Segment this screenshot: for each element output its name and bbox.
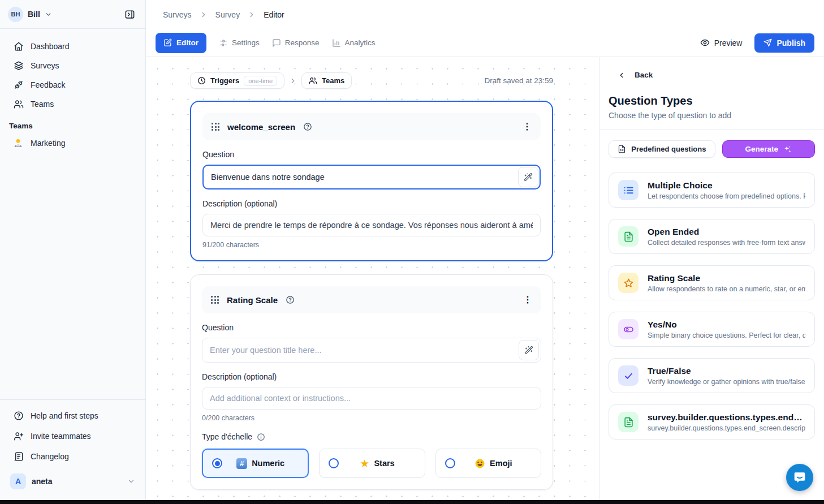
panel-subtitle: Choose the type of question to add (609, 111, 815, 120)
option-label: Stars (374, 459, 394, 468)
magic-wand-button[interactable] (518, 167, 538, 187)
scale-option-emoji[interactable]: Emoji (435, 449, 541, 478)
main-area: Surveys Survey Editor Editor Settings Re… (146, 0, 824, 504)
sidebar-item-label: Dashboard (31, 42, 70, 51)
rating-question-input[interactable] (202, 338, 541, 363)
predefined-questions-button[interactable]: Predefined questions (609, 140, 715, 158)
bar-chart-icon (332, 38, 341, 48)
sidebar-item-invite[interactable]: Invite teammates (0, 426, 145, 446)
magic-wand-icon (524, 346, 533, 355)
predefined-questions-label: Predefined questions (631, 145, 706, 153)
back-button[interactable]: Back (609, 71, 815, 79)
description-label: Description (optional) (202, 199, 541, 208)
sidebar-item-changelog[interactable]: Changelog (0, 446, 145, 467)
sliders-icon (219, 38, 228, 48)
scale-type-label: Type d'échelle (202, 432, 252, 441)
rating-description-input[interactable] (202, 387, 541, 410)
sidebar-item-label: Teams (31, 100, 54, 109)
sidebar-collapse-button[interactable] (122, 7, 137, 22)
question-label: Question (202, 323, 541, 332)
chat-support-button[interactable] (786, 464, 813, 491)
one-time-badge: one-time (244, 76, 277, 86)
draft-status: Draft saved at 23:59 (484, 76, 553, 85)
help-circle-icon[interactable] (286, 295, 295, 304)
breadcrumb-surveys[interactable]: Surveys (163, 10, 192, 19)
scale-option-stars[interactable]: ★ Stars (319, 449, 425, 478)
sidebar-item-label: Help and first steps (31, 411, 98, 420)
magic-wand-button[interactable] (519, 340, 539, 360)
survey-canvas: Triggers one-time Teams Draft saved at 2… (146, 57, 599, 504)
chevron-down-icon[interactable] (45, 11, 52, 18)
drag-handle-icon[interactable] (211, 296, 219, 304)
preview-button[interactable]: Preview (700, 38, 743, 48)
type-desc: Verify knowledge or gather opinions with… (648, 378, 805, 386)
info-icon[interactable] (257, 433, 265, 441)
kebab-menu-icon[interactable]: ⋮ (523, 122, 532, 131)
send-icon (763, 38, 772, 47)
help-circle-icon (14, 411, 24, 421)
sidebar-item-label: Feedback (31, 80, 65, 89)
tab-editor[interactable]: Editor (156, 33, 206, 53)
scale-option-numeric[interactable]: # Numeric (202, 449, 309, 478)
option-label: Emoji (490, 459, 512, 468)
drag-handle-icon[interactable] (212, 123, 219, 131)
newspaper-icon (14, 451, 24, 462)
bottom-screen-edge (0, 500, 824, 504)
type-title: Open Ended (648, 227, 805, 237)
sidebar-item-teams[interactable]: Teams (0, 94, 145, 114)
rating-scale-card[interactable]: Rating Scale ⋮ Question Descrip (190, 274, 553, 490)
tab-analytics[interactable]: Analytics (332, 38, 376, 48)
rating-card-header[interactable]: Rating Scale ⋮ (202, 286, 541, 313)
sidebar-item-dashboard[interactable]: Dashboard (0, 37, 145, 56)
tab-label: Settings (232, 38, 260, 47)
publish-button[interactable]: Publish (754, 33, 814, 53)
sidebar-nav: Dashboard Surveys Feedback Teams (0, 29, 145, 114)
type-card-end-screen[interactable]: survey.builder.questions.types.end_scr..… (609, 404, 815, 440)
type-card-true-false[interactable]: True/False Verify knowledge or gather op… (609, 358, 815, 393)
type-card-open-ended[interactable]: Open Ended Collect detailed responses wi… (609, 219, 815, 254)
sidebar-item-surveys[interactable]: Surveys (0, 56, 145, 75)
welcome-description-input[interactable] (202, 214, 541, 236)
triggers-chip-label: Triggers (210, 76, 239, 85)
option-label: Numeric (252, 459, 284, 468)
check-icon (618, 365, 639, 386)
org-name[interactable]: Bill (28, 10, 40, 19)
sidebar-footer: Help and first steps Invite teammates Ch… (0, 399, 145, 504)
kebab-menu-icon[interactable]: ⋮ (523, 295, 532, 304)
breadcrumb: Surveys Survey Editor (146, 0, 824, 29)
sidebar-team-marketing[interactable]: Marketing (0, 133, 145, 153)
type-card-multiple-choice[interactable]: Multiple Choice Let respondents choose f… (609, 173, 815, 208)
sidebar-item-feedback[interactable]: Feedback (0, 75, 145, 94)
breadcrumb-survey[interactable]: Survey (215, 10, 240, 19)
welcome-question-input[interactable] (202, 165, 541, 189)
teams-chip[interactable]: Teams (301, 72, 352, 89)
type-card-yes-no[interactable]: Yes/No Simple binary choice questions. P… (609, 312, 815, 347)
type-title: Rating Scale (648, 273, 805, 283)
sparkles-icon (783, 145, 792, 153)
welcome-card-title: welcome_screen (227, 122, 295, 132)
app-window: BH Bill Dashboard Surveys (0, 0, 824, 504)
account-menu[interactable]: A aneta (6, 470, 140, 493)
generate-button[interactable]: Generate (722, 140, 815, 158)
file-text-icon (618, 412, 639, 432)
type-card-rating-scale[interactable]: Rating Scale Allow respondents to rate o… (609, 265, 815, 300)
triggers-chip[interactable]: Triggers one-time (190, 72, 284, 89)
star-icon (618, 273, 639, 293)
radio-unselected[interactable] (329, 458, 339, 468)
org-avatar[interactable]: BH (8, 7, 23, 22)
sidebar-item-help[interactable]: Help and first steps (0, 406, 145, 426)
home-icon (14, 41, 24, 51)
sidebar-item-label: Surveys (31, 61, 59, 70)
type-desc: Allow respondents to rate on a numeric, … (648, 285, 805, 293)
welcome-card-header[interactable]: welcome_screen ⋮ (202, 113, 541, 140)
account-initial: A (15, 477, 21, 486)
chevron-left-icon (618, 71, 625, 79)
welcome-screen-card[interactable]: welcome_screen ⋮ Question Descr (190, 101, 553, 261)
type-title: survey.builder.questions.types.end_scr..… (648, 412, 805, 423)
radio-unselected[interactable] (445, 458, 455, 468)
tab-response[interactable]: Response (272, 38, 320, 48)
sidebar: BH Bill Dashboard Surveys (0, 0, 146, 504)
help-circle-icon[interactable] (303, 122, 312, 131)
radio-selected[interactable] (212, 458, 222, 468)
tab-settings[interactable]: Settings (219, 38, 260, 48)
